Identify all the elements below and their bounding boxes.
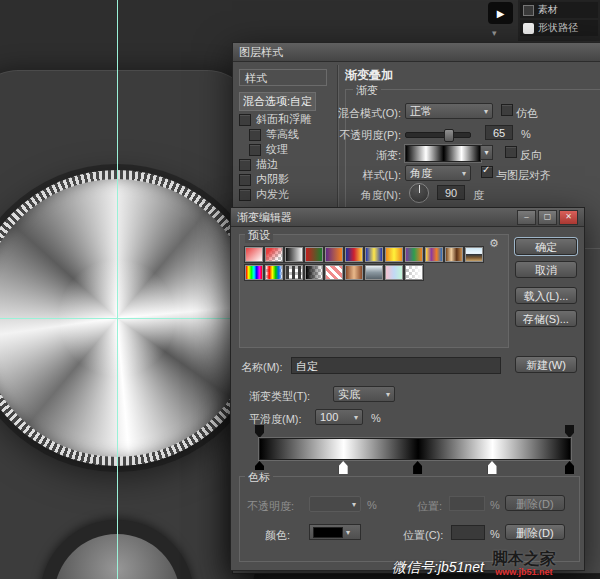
layers-panel-fragment: 素材 形状路径 bbox=[518, 0, 600, 41]
preset-swatch-chrome[interactable] bbox=[465, 247, 483, 262]
blend-mode-select[interactable]: 正常 ▾ bbox=[405, 103, 493, 119]
preset-swatch-transparent-stripes[interactable] bbox=[285, 265, 303, 280]
maximize-icon[interactable]: ▢ bbox=[538, 210, 557, 225]
angle-dial[interactable] bbox=[409, 183, 429, 203]
new-button[interactable]: 新建(W) bbox=[515, 356, 577, 373]
preset-swatch-blue-yellow-blue[interactable] bbox=[365, 247, 383, 262]
stop-position-c-input[interactable] bbox=[451, 525, 485, 540]
preset-swatch-blue-red-yellow[interactable] bbox=[345, 247, 363, 262]
style-option-label: 内阴影 bbox=[256, 172, 289, 187]
style-option-0[interactable]: 斜面和浮雕 bbox=[239, 112, 311, 127]
checkbox-icon[interactable] bbox=[239, 114, 251, 126]
close-icon[interactable]: ✕ bbox=[559, 210, 578, 225]
stop-color-swatch-fill bbox=[313, 527, 343, 538]
stop-position-c-label: 位置(C): bbox=[403, 528, 443, 543]
smoothness-unit-label: % bbox=[371, 412, 381, 424]
blending-options-item[interactable]: 混合选项:自定 bbox=[239, 92, 316, 111]
blend-mode-value: 正常 bbox=[410, 104, 432, 119]
gradient-bar[interactable] bbox=[259, 438, 571, 460]
checkbox-icon[interactable] bbox=[249, 144, 261, 156]
color-stop-75[interactable] bbox=[488, 461, 497, 474]
site-logo: 脚本之家 www.jb51.net bbox=[492, 550, 556, 577]
style-option-3[interactable]: 描边 bbox=[239, 157, 311, 172]
stop-opacity-input: ▾ bbox=[309, 496, 361, 512]
preset-swatch-violet-orange[interactable] bbox=[325, 247, 343, 262]
preset-swatch-russet[interactable] bbox=[345, 265, 363, 280]
checkbox-icon[interactable] bbox=[239, 159, 251, 171]
style-option-4[interactable]: 内阴影 bbox=[239, 172, 311, 187]
minimize-icon[interactable]: – bbox=[517, 210, 536, 225]
gradient-preview-strip bbox=[406, 146, 480, 161]
layer-style-titlebar[interactable]: 图层样式 bbox=[233, 43, 600, 62]
blend-mode-label: 混合模式(O): bbox=[329, 106, 401, 121]
checkbox-icon[interactable] bbox=[239, 189, 251, 201]
play-button[interactable]: ▶ bbox=[488, 2, 513, 24]
preset-swatch-violet-green-orange[interactable] bbox=[405, 247, 423, 262]
preset-swatch-transparent-rainbow[interactable] bbox=[265, 265, 283, 280]
gradient-label: 渐变: bbox=[329, 148, 401, 163]
preset-swatch-steel[interactable] bbox=[365, 265, 383, 280]
dither-label: 仿色 bbox=[516, 106, 538, 121]
save-button[interactable]: 存储(S)... bbox=[515, 310, 577, 327]
angle-label: 角度(N): bbox=[329, 188, 401, 203]
color-stop-51[interactable] bbox=[413, 461, 422, 474]
opacity-slider[interactable] bbox=[405, 132, 471, 138]
load-button[interactable]: 载入(L)... bbox=[515, 287, 577, 304]
color-stop-100[interactable] bbox=[565, 461, 574, 474]
ok-button[interactable]: 确定 bbox=[515, 238, 577, 255]
preset-swatch-copper[interactable] bbox=[445, 247, 463, 262]
panel-handle-icon[interactable]: ▾ bbox=[492, 28, 497, 38]
color-stop-27[interactable] bbox=[339, 461, 348, 474]
checkbox-icon[interactable] bbox=[249, 129, 261, 141]
preset-swatch-spectrum[interactable] bbox=[245, 265, 263, 280]
preset-swatch-black-white[interactable] bbox=[285, 247, 303, 262]
smoothness-input[interactable]: 100 ▾ bbox=[315, 409, 363, 425]
stop-position-input bbox=[449, 496, 485, 511]
preset-swatch-red-green[interactable] bbox=[305, 247, 323, 262]
preset-swatch-yellow-violet-orange-blue[interactable] bbox=[425, 247, 443, 262]
gradient-type-select[interactable]: 实底 ▾ bbox=[333, 386, 395, 402]
style-option-5[interactable]: 内发光 bbox=[239, 187, 311, 202]
checkbox-icon[interactable] bbox=[239, 174, 251, 186]
site-url: www.jb51.net bbox=[495, 568, 552, 578]
layer-label: 素材 bbox=[538, 3, 558, 17]
style-select[interactable]: 角度 ▾ bbox=[405, 165, 471, 181]
preset-swatch-fg-transparent[interactable] bbox=[265, 247, 283, 262]
reverse-checkbox[interactable] bbox=[505, 146, 517, 158]
style-option-label: 内发光 bbox=[256, 187, 289, 202]
opacity-stop-0[interactable] bbox=[255, 425, 264, 438]
layer-thumbnail-icon bbox=[523, 5, 534, 16]
angle-field[interactable]: 90 bbox=[437, 185, 465, 200]
smoothness-value: 100 bbox=[320, 411, 338, 423]
angle-unit-label: 度 bbox=[473, 188, 484, 203]
preset-swatch-fg-bg[interactable] bbox=[245, 247, 263, 262]
preset-swatch-orange-yellow-orange[interactable] bbox=[385, 247, 403, 262]
gradient-picker-arrow[interactable]: ▾ bbox=[480, 145, 493, 160]
style-option-label: 斜面和浮雕 bbox=[256, 112, 311, 127]
opacity-stop-100[interactable] bbox=[565, 425, 574, 438]
preset-swatch-white-fade[interactable] bbox=[405, 265, 423, 280]
gradient-editor-titlebar[interactable]: 渐变编辑器 – ▢ ✕ bbox=[231, 208, 584, 227]
opacity-slider-handle[interactable] bbox=[444, 129, 454, 142]
opacity-field[interactable]: 65 bbox=[485, 125, 513, 140]
stop-color-label: 颜色: bbox=[265, 528, 290, 543]
layer-row-material[interactable]: 素材 bbox=[520, 2, 598, 18]
gradient-preview[interactable] bbox=[405, 145, 481, 162]
align-with-layer-checkbox[interactable] bbox=[481, 166, 493, 178]
stop-color-swatch[interactable]: ▾ bbox=[309, 524, 361, 540]
delete-color-stop-button[interactable]: 删除(D) bbox=[505, 524, 565, 540]
align-with-layer-label: 与图层对齐 bbox=[496, 168, 551, 183]
style-option-2[interactable]: 纹理 bbox=[249, 142, 311, 157]
name-input[interactable]: 自定 bbox=[291, 357, 501, 374]
dropdown-arrow-icon: ▾ bbox=[484, 148, 488, 157]
preset-swatch-neutral-density[interactable] bbox=[305, 265, 323, 280]
cancel-button[interactable]: 取消 bbox=[515, 261, 577, 278]
watermark: 微信号:jb51net 脚本之家 www.jb51.net bbox=[392, 550, 556, 577]
dropdown-arrow-icon: ▾ bbox=[386, 390, 390, 399]
preset-swatch-pink-stripes[interactable] bbox=[325, 265, 343, 280]
preset-swatch-pastel[interactable] bbox=[385, 265, 403, 280]
style-option-1[interactable]: 等高线 bbox=[249, 127, 311, 142]
layer-row-shape-path[interactable]: 形状路径 bbox=[520, 20, 598, 36]
dither-checkbox[interactable] bbox=[501, 104, 513, 116]
stop-opacity-unit-label: % bbox=[367, 499, 377, 511]
